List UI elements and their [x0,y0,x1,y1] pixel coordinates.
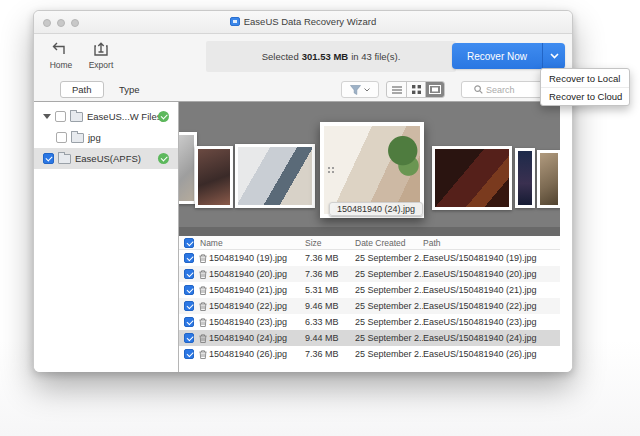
row-checkbox[interactable] [179,349,199,359]
drag-handle-dots-icon [327,166,336,175]
file-date-created: 25 September 2... [355,333,423,343]
column-header-date-created[interactable]: Date Created [355,238,423,248]
column-header-name[interactable]: Name [199,238,305,248]
tree-checkbox-checked[interactable] [43,153,54,164]
title-bar: EaseUS Data Recovery Wizard [34,11,572,34]
row-checkbox[interactable] [179,333,199,343]
coverflow-preview-strip: 150481940 (24).jpg [179,102,560,236]
list-view-button[interactable] [387,82,406,97]
trash-icon [199,334,207,343]
search-input[interactable] [486,85,532,95]
file-date-created: 25 September 2... [355,301,423,311]
file-table-header: Name Size Date Created Path [179,236,560,250]
export-icon [82,39,120,59]
search-field[interactable] [461,81,545,98]
menu-item-recover-to-cloud[interactable]: Recover to Cloud [541,87,629,105]
menu-item-recover-to-local[interactable]: Recover to Local [541,69,629,87]
thumbnail-photo[interactable] [235,144,315,208]
file-table-body: 150481940 (19).jpg 7.36 MB 25 September … [179,250,560,362]
toolbar: Home Export Selected 301.53 MB in 43 fil… [34,34,572,78]
preview-view-button[interactable] [425,82,444,97]
tree-checkbox-unchecked[interactable] [56,132,67,143]
row-checkbox[interactable] [179,317,199,327]
home-button[interactable]: Home [42,39,80,70]
file-path: EaseUS/150481940 (22).jpg [423,301,560,311]
file-name: 150481940 (22).jpg [209,301,287,311]
column-header-size[interactable]: Size [305,238,355,248]
app-icon [230,17,240,26]
trash-icon [199,318,207,327]
folder-icon [70,112,83,122]
file-name: 150481940 (21).jpg [209,285,287,295]
file-name: 150481940 (23).jpg [209,317,287,327]
file-path: EaseUS/150481940 (19).jpg [423,253,560,263]
file-path: EaseUS/150481940 (21).jpg [423,285,560,295]
table-row[interactable]: 150481940 (23).jpg 6.33 MB 25 September … [179,314,560,330]
tab-type[interactable]: Type [108,81,151,98]
thumbnail-photo[interactable] [432,146,512,210]
table-row[interactable]: 150481940 (20).jpg 7.36 MB 25 September … [179,266,560,282]
filter-funnel-icon [350,85,361,95]
recoverable-check-badge [158,111,169,122]
trash-icon [199,302,207,311]
trash-icon [199,286,207,295]
file-size: 5.31 MB [305,285,355,295]
file-name: 150481940 (20).jpg [209,269,287,279]
content-area: EaseUS...W Files) jpg EaseUS(APFS) [34,102,572,372]
file-size: 6.33 MB [305,317,355,327]
row-checkbox[interactable] [179,253,199,263]
thumbnail-photo[interactable] [515,148,535,208]
file-date-created: 25 September 2... [355,349,423,359]
desktop: EaseUS Data Recovery Wizard Home Export … [0,0,640,436]
thumbnail-photo[interactable] [195,146,233,208]
chevron-down-icon [364,88,370,92]
table-row[interactable]: 150481940 (26).jpg 7.36 MB 25 September … [179,346,560,362]
file-date-created: 25 September 2... [355,285,423,295]
export-button[interactable]: Export [82,39,120,70]
tree-item-jpg[interactable]: jpg [34,127,178,148]
file-table: Name Size Date Created Path 150481940 (1… [179,236,560,372]
folder-icon [58,154,71,164]
tab-path[interactable]: Path [60,81,104,98]
grid-view-button[interactable] [406,82,425,97]
recover-now-button[interactable]: Recover Now [452,43,542,69]
table-row[interactable]: 150481940 (22).jpg 9.46 MB 25 September … [179,298,560,314]
selected-count: in 43 file(s). [351,51,400,62]
file-size: 9.44 MB [305,333,355,343]
disclosure-triangle-icon[interactable] [43,114,51,119]
folder-icon [71,133,84,143]
list-view-icon [392,86,402,94]
file-size: 9.46 MB [305,301,355,311]
tree-checkbox-unchecked[interactable] [55,111,66,122]
select-all-checkbox[interactable] [179,238,199,248]
file-size: 7.36 MB [305,269,355,279]
row-checkbox[interactable] [179,269,199,279]
view-controls-bar: Path Type [34,78,572,102]
view-mode-segmented-control [386,81,445,98]
tree-item-label: jpg [88,132,101,143]
table-row[interactable]: 150481940 (21).jpg 5.31 MB 25 September … [179,282,560,298]
app-window: EaseUS Data Recovery Wizard Home Export … [33,10,573,372]
tree-item-easeus-apfs[interactable]: EaseUS(APFS) [34,148,178,169]
row-checkbox[interactable] [179,285,199,295]
tree-item-label: EaseUS(APFS) [75,153,141,164]
file-name: 150481940 (26).jpg [209,349,287,359]
column-header-path[interactable]: Path [423,238,560,248]
recoverable-check-badge [158,153,169,164]
tree-item-easeus-w-files[interactable]: EaseUS...W Files) [34,106,178,127]
selected-filename-label: 150481940 (24).jpg [329,202,423,216]
recover-dropdown-toggle[interactable] [542,43,565,69]
table-row[interactable]: 150481940 (19).jpg 7.36 MB 25 September … [179,250,560,266]
export-button-label: Export [82,60,120,70]
window-title: EaseUS Data Recovery Wizard [34,16,572,27]
filter-button[interactable] [341,81,379,98]
file-path: EaseUS/150481940 (26).jpg [423,349,560,359]
thumbnail-photo[interactable] [537,150,560,208]
file-path: EaseUS/150481940 (23).jpg [423,317,560,327]
file-name: 150481940 (19).jpg [209,253,287,263]
recover-dropdown-menu: Recover to Local Recover to Cloud [540,68,630,106]
row-checkbox[interactable] [179,301,199,311]
file-size: 7.36 MB [305,349,355,359]
table-row[interactable]: 150481940 (24).jpg 9.44 MB 25 September … [179,330,560,346]
grid-view-icon [412,85,421,94]
